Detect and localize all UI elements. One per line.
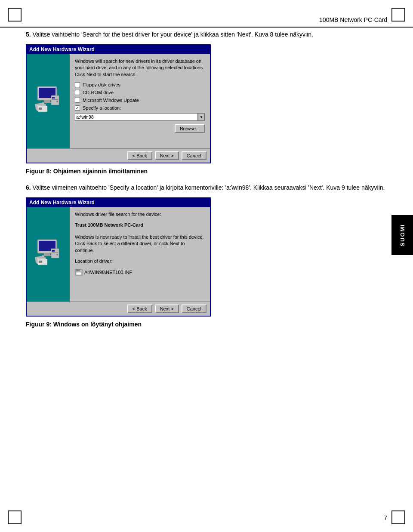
checkbox-floppy: Floppy disk drives bbox=[75, 82, 205, 87]
driver-location-row: A:\WIN98\NET100.INF bbox=[75, 269, 205, 276]
checkbox-cdrom-label: CD-ROM drive bbox=[83, 90, 114, 95]
dialog2-right-panel: Windows driver file search for the devic… bbox=[70, 207, 210, 301]
checkbox-specify: Specify a location: bbox=[75, 105, 205, 111]
step6-text: 6. Valitse viimeinen vaihtoehto 'Specify… bbox=[26, 183, 387, 192]
specify-input-row: ▼ bbox=[75, 113, 205, 121]
dialog1-body-text: Windows will search for new drivers in i… bbox=[75, 58, 205, 78]
figure9-caption: Figuur 9: Windows on löytänyt ohjaimen bbox=[26, 321, 387, 328]
header-title: 100MB Network PC-Card bbox=[319, 16, 387, 23]
dialog2-body: Windows driver file search for the devic… bbox=[27, 207, 210, 301]
checkbox-floppy-label: Floppy disk drives bbox=[83, 82, 120, 87]
dialog1-left-panel bbox=[27, 54, 70, 148]
dialog1-titlebar: Add New Hardware Wizard bbox=[27, 45, 210, 54]
checkbox-specify-box bbox=[75, 105, 80, 111]
svg-rect-23 bbox=[39, 261, 42, 263]
svg-rect-26 bbox=[80, 270, 80, 271]
svg-rect-27 bbox=[76, 272, 81, 275]
dialog2-body-text3: Windows is now ready to install the best… bbox=[75, 234, 205, 254]
dialog2-next-button[interactable]: Next > bbox=[155, 304, 179, 313]
header-rule bbox=[0, 27, 413, 28]
svg-point-19 bbox=[56, 254, 58, 255]
dialog2-container: Add New Hardware Wizard bbox=[26, 197, 211, 317]
step5-number: 5. bbox=[26, 31, 31, 38]
corner-box-br bbox=[391, 510, 405, 524]
driver-path-text: A:\WIN98\NET100.INF bbox=[84, 270, 132, 275]
svg-point-7 bbox=[56, 101, 58, 102]
dialog1-footer: < Back Next > Cancel bbox=[27, 148, 210, 163]
svg-rect-14 bbox=[44, 253, 50, 255]
dialog2-cancel-button[interactable]: Cancel bbox=[182, 304, 206, 313]
dialog1-right-panel: Windows will search for new drivers in i… bbox=[70, 54, 210, 148]
checkbox-winupdate-label: Microsoft Windows Update bbox=[83, 98, 139, 103]
dialog1-title: Add New Hardware Wizard bbox=[29, 46, 95, 52]
dialog2-title: Add New Hardware Wizard bbox=[29, 200, 95, 206]
floppy-small-icon bbox=[75, 269, 83, 276]
dialog2-device-name: Trust 100MB Network PC-Card bbox=[75, 222, 205, 228]
browse-button[interactable]: Browse... bbox=[175, 124, 205, 133]
dialog1-cancel-button[interactable]: Cancel bbox=[182, 151, 206, 160]
dialog1-back-button[interactable]: < Back bbox=[127, 151, 152, 160]
dialog2-location-label: Location of driver: bbox=[75, 258, 205, 264]
svg-rect-6 bbox=[52, 99, 58, 100]
figure8-caption: Figuur 8: Ohjaimen sijainnin ilmoittamin… bbox=[26, 168, 387, 175]
checkbox-specify-label: Specify a location: bbox=[83, 105, 121, 111]
svg-rect-18 bbox=[52, 252, 58, 253]
specify-location-input[interactable] bbox=[75, 113, 198, 121]
dialog1-body: Windows will search for new drivers in i… bbox=[27, 54, 210, 148]
suomi-label: SUOMI bbox=[399, 224, 406, 246]
svg-rect-5 bbox=[52, 97, 55, 98]
svg-rect-11 bbox=[39, 108, 42, 110]
dialog2-footer: < Back Next > Cancel bbox=[27, 301, 210, 316]
suomi-sidebar: SUOMI bbox=[391, 215, 413, 255]
computer-icon bbox=[33, 84, 63, 114]
dialog1-container: Add New Hardware Wizard bbox=[26, 44, 211, 163]
main-content: 5. Valitse vaihtoehto 'Search for the be… bbox=[26, 30, 387, 506]
dialog1-next-button[interactable]: Next > bbox=[155, 151, 179, 160]
svg-rect-2 bbox=[44, 100, 50, 102]
checkbox-cdrom-box bbox=[75, 90, 80, 95]
dialog2-body-text1: Windows driver file search for the devic… bbox=[75, 211, 205, 218]
specify-dropdown-arrow[interactable]: ▼ bbox=[198, 113, 205, 121]
checkbox-cdrom: CD-ROM drive bbox=[75, 90, 205, 95]
dialog2-titlebar: Add New Hardware Wizard bbox=[27, 198, 210, 207]
step6-number: 6. bbox=[26, 184, 31, 191]
dialog2-left-panel bbox=[27, 207, 70, 301]
page-header: 100MB Network PC-Card bbox=[0, 0, 413, 28]
step5-text: 5. Valitse vaihtoehto 'Search for the be… bbox=[26, 30, 387, 39]
dialog2-back-button[interactable]: < Back bbox=[127, 304, 152, 313]
checkbox-floppy-box bbox=[75, 82, 80, 87]
computer-icon-2 bbox=[33, 237, 63, 268]
browse-row: Browse... bbox=[75, 124, 205, 133]
page-number: 7 bbox=[384, 514, 387, 521]
checkbox-winupdate-box bbox=[75, 98, 80, 103]
checkbox-winupdate: Microsoft Windows Update bbox=[75, 98, 205, 103]
svg-rect-17 bbox=[52, 250, 55, 252]
corner-box-bl bbox=[8, 510, 22, 524]
